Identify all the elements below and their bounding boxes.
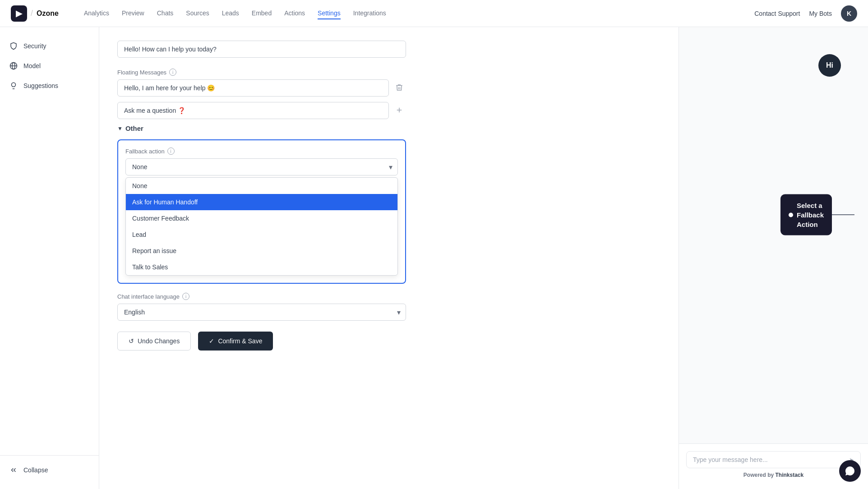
chat-input-row: Type your message here... ➤ — [686, 451, 861, 468]
fallback-action-label: Fallback action i — [125, 148, 398, 155]
sidebar-item-model[interactable]: Model — [0, 56, 99, 76]
floating-msg-2-row — [117, 102, 406, 119]
settings-content: Floating Messages i ▼ Other — [117, 41, 406, 351]
dropdown-item-customer-feedback[interactable]: Customer Feedback — [126, 210, 397, 226]
floating-messages-info-icon: i — [169, 69, 176, 76]
chat-input-placeholder[interactable]: Type your message here... — [693, 456, 845, 463]
user-avatar[interactable]: K — [841, 5, 857, 22]
sidebar-item-security[interactable]: Security — [0, 36, 99, 56]
lang-label: Chat interface language i — [117, 293, 406, 300]
tab-integrations[interactable]: Integrations — [353, 8, 386, 19]
hi-badge: Hi — [818, 54, 841, 77]
main-content: Floating Messages i ▼ Other — [99, 27, 679, 489]
dropdown-item-none[interactable]: None — [126, 178, 397, 194]
tab-embed[interactable]: Embed — [252, 8, 272, 19]
brand-name: Ozone — [37, 9, 59, 18]
tab-actions[interactable]: Actions — [284, 8, 305, 19]
dropdown-item-lead[interactable]: Lead — [126, 226, 397, 243]
contact-support-link[interactable]: Contact Support — [754, 10, 800, 17]
dropdown-item-human-handoff[interactable]: Ask for Human Handoff — [126, 194, 397, 210]
topbar-right: Contact Support My Bots K — [754, 5, 857, 22]
tab-analytics[interactable]: Analytics — [84, 8, 109, 19]
chat-preview-panel: Hi Select a Fallback Action Type your me… — [679, 27, 868, 489]
tab-chats[interactable]: Chats — [157, 8, 174, 19]
tooltip-dot — [789, 212, 793, 217]
delete-floating-msg-1-button[interactable] — [392, 81, 406, 96]
check-icon: ✓ — [209, 337, 214, 345]
tooltip-wrap: Select a Fallback Action — [832, 214, 854, 215]
main-nav: Analytics Preview Chats Sources Leads Em… — [84, 8, 386, 19]
slash: / — [31, 9, 33, 18]
add-floating-msg-button[interactable] — [392, 103, 406, 118]
triangle-icon: ▼ — [117, 125, 123, 132]
floating-msg-1-input[interactable] — [117, 79, 389, 97]
undo-icon: ↺ — [129, 337, 134, 345]
confirm-save-button[interactable]: ✓ Confirm & Save — [198, 332, 273, 351]
lightbulb-icon — [9, 81, 18, 90]
tooltip-arrow-line — [832, 214, 854, 215]
tab-leads[interactable]: Leads — [222, 8, 239, 19]
floating-msg-2-input[interactable] — [117, 102, 389, 119]
chat-preview-top: Hi Select a Fallback Action — [679, 27, 868, 443]
lang-select-wrap: English ▾ — [117, 304, 406, 321]
shield-icon — [9, 42, 18, 51]
layout: Security Model Suggestions Collapse — [0, 27, 868, 489]
fallback-dropdown-list: None Ask for Human Handoff Customer Feed… — [125, 177, 398, 276]
sidebar-bottom: Collapse — [0, 455, 99, 480]
tab-settings[interactable]: Settings — [318, 8, 341, 19]
collapse-button[interactable]: Collapse — [0, 460, 99, 480]
tab-preview[interactable]: Preview — [122, 8, 144, 19]
sidebar-item-suggestions[interactable]: Suggestions — [0, 76, 99, 96]
action-buttons: ↺ Undo Changes ✓ Confirm & Save — [117, 332, 406, 351]
fallback-select-wrap: None ▾ — [125, 158, 398, 175]
chat-fab-button[interactable] — [839, 460, 861, 482]
undo-changes-button[interactable]: ↺ Undo Changes — [117, 332, 191, 351]
fallback-select[interactable]: None — [125, 158, 398, 175]
globe-icon — [9, 61, 18, 70]
fallback-info-icon: i — [167, 148, 175, 155]
powered-by: Powered by Thinkstack — [686, 468, 861, 482]
dropdown-item-report-issue[interactable]: Report an issue — [126, 243, 397, 259]
collapse-icon — [9, 466, 18, 475]
my-bots-link[interactable]: My Bots — [809, 10, 832, 17]
fallback-action-box: Fallback action i None ▾ None Ask for Hu… — [117, 139, 406, 284]
greeting-input[interactable] — [117, 41, 406, 58]
topbar: ▶ / Ozone Analytics Preview Chats Source… — [0, 0, 868, 27]
lang-info-icon: i — [182, 293, 189, 300]
other-section-title: ▼ Other — [117, 125, 406, 132]
floating-messages-label: Floating Messages i — [117, 69, 406, 76]
lang-select[interactable]: English — [117, 304, 406, 321]
dropdown-item-talk-to-sales[interactable]: Talk to Sales — [126, 259, 397, 275]
tab-sources[interactable]: Sources — [186, 8, 209, 19]
tooltip-bubble: Select a Fallback Action — [780, 194, 832, 235]
floating-msg-1-row — [117, 79, 406, 97]
app-logo[interactable]: ▶ — [11, 5, 27, 22]
sidebar: Security Model Suggestions Collapse — [0, 27, 99, 489]
logo-wrap: ▶ / Ozone — [11, 5, 59, 22]
greeting-input-wrap — [117, 41, 406, 58]
